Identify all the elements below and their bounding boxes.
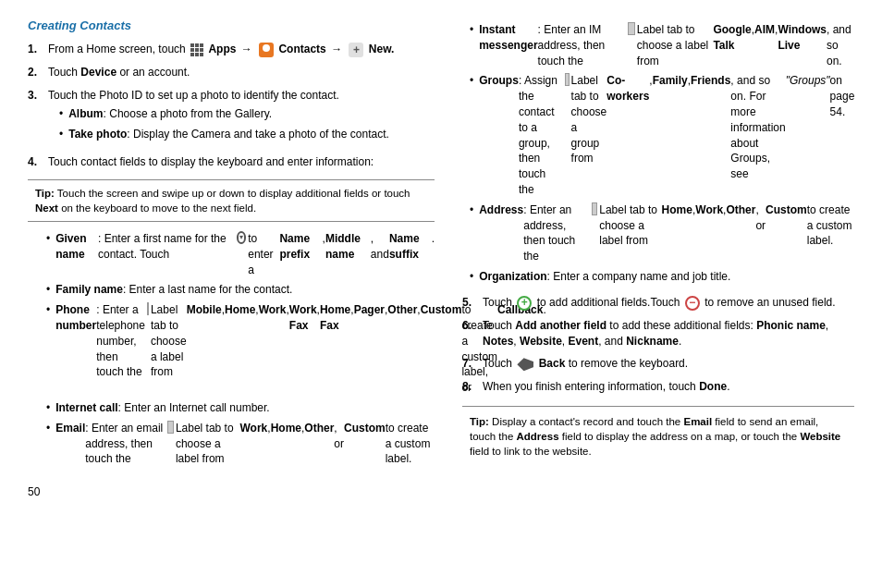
minus-circle-icon — [685, 296, 700, 311]
sub-bullets: Given name: Enter a first name for the c… — [28, 231, 435, 467]
bullet-instant-messenger: Instant messenger: Enter an IM address, … — [470, 22, 854, 68]
circle-down-icon — [237, 231, 247, 244]
step-6-num: 6. — [462, 318, 479, 349]
step-2: 2. Touch Device or an account. — [28, 65, 435, 80]
step-7: 7. Touch Back to remove the keyboard. — [462, 356, 854, 372]
bullet-email: Email: Enter an email address, then touc… — [46, 421, 435, 467]
step-1-text: From a Home screen, touch — [48, 43, 189, 55]
step-6-content: Touch Add another field to add these add… — [483, 318, 854, 349]
step-5-content: Touch to add additional fields.Touch to … — [483, 294, 854, 311]
left-column: Creating Contacts 1. From a Home screen,… — [28, 18, 435, 498]
right-column: Instant messenger: Enter an IM address, … — [462, 18, 854, 498]
tip-box-top: Tip: Touch the screen and swipe up or do… — [28, 179, 435, 222]
step-4: 4. Touch contact fields to display the k… — [28, 154, 435, 170]
new-icon — [349, 43, 363, 57]
bullet-take-photo: Take photo: Display the Camera and take … — [59, 127, 435, 142]
tip-label-bottom: Tip: — [470, 416, 489, 427]
bullet-album: Album: Choose a photo from the Gallery. — [59, 106, 435, 122]
step-6: 6. Touch Add another field to add these … — [462, 318, 854, 349]
step-3: 3. Touch the Photo ID to set up a photo … — [28, 88, 435, 147]
step-8-content: When you finish entering information, to… — [483, 379, 854, 395]
label-tab-icon-groups — [565, 73, 569, 86]
step-7-content: Touch Back to remove the keyboard. — [483, 356, 854, 372]
contacts-label: Contacts — [278, 43, 325, 55]
bullet-family-name: Family name: Enter a last name for the c… — [46, 282, 435, 298]
back-icon — [517, 358, 533, 371]
bullet-given-name: Given name: Enter a first name for the c… — [46, 231, 435, 277]
label-tab-icon-address — [592, 202, 598, 215]
bullet-internet-call: Internet call: Enter an Internet call nu… — [46, 400, 435, 416]
page-layout: Creating Contacts 1. From a Home screen,… — [28, 18, 854, 498]
apps-icon — [190, 43, 203, 56]
new-label: New. — [369, 43, 395, 55]
tip-label-top: Tip: — [35, 188, 55, 199]
label-tab-icon-im — [628, 22, 635, 35]
step-1-num: 1. — [28, 42, 44, 57]
arrow-1: → — [241, 43, 252, 55]
section-title: Creating Contacts — [28, 18, 435, 32]
step-2-content: Touch Device or an account. — [48, 65, 435, 80]
step-5-num: 5. — [462, 294, 479, 311]
step-4-content: Touch contact fields to display the keyb… — [48, 154, 435, 170]
step-8-num: 8. — [462, 379, 479, 395]
step-1-content: From a Home screen, touch Apps → Contact… — [48, 42, 435, 57]
bullet-organization: Organization: Enter a company name and j… — [470, 269, 854, 285]
step-2-num: 2. — [28, 65, 44, 80]
step-3-num: 3. — [28, 88, 44, 147]
step-5: 5. Touch to add additional fields.Touch … — [462, 294, 854, 311]
plus-circle-icon — [517, 296, 532, 311]
step-1: 1. From a Home screen, touch Apps → Cont… — [28, 42, 435, 57]
contacts-icon — [259, 43, 274, 57]
apps-label: Apps — [208, 43, 236, 55]
arrow-2: → — [331, 43, 342, 55]
step-3-bullets: Album: Choose a photo from the Gallery. … — [48, 106, 435, 142]
step-3-content: Touch the Photo ID to set up a photo to … — [48, 88, 435, 147]
bullet-address: Address: Enter an address, then touch th… — [470, 202, 854, 264]
bullet-phone-number: Phone number: Enter a telephone number, … — [46, 302, 435, 396]
page-number: 50 — [28, 485, 435, 498]
tip-box-bottom: Tip: Display a contact's record and touc… — [462, 406, 854, 464]
right-bullets: Instant messenger: Enter an IM address, … — [462, 22, 854, 285]
label-tab-icon-phone — [147, 302, 149, 315]
label-tab-icon-email — [167, 421, 174, 434]
bullet-groups: Groups: Assign the contact to a group, t… — [470, 73, 854, 197]
step-7-num: 7. — [462, 356, 479, 372]
step-8: 8. When you finish entering information,… — [462, 379, 854, 395]
step-4-num: 4. — [28, 154, 44, 170]
